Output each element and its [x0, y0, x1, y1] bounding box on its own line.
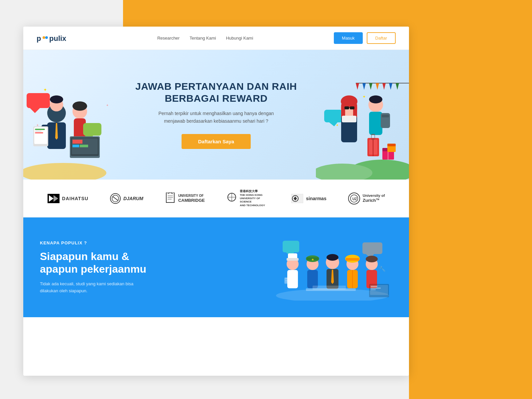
svg-rect-17	[35, 132, 43, 133]
svg-rect-82	[291, 194, 303, 203]
blue-illustration: ★	[266, 234, 392, 301]
hero-illustration-left: ✦ + +	[23, 73, 116, 180]
svg-text:✦: ✦	[336, 123, 338, 127]
partner-djarum: DJARUM	[110, 193, 143, 204]
svg-text:p: p	[37, 34, 41, 43]
svg-rect-53	[342, 116, 356, 122]
svg-marker-6	[30, 108, 40, 113]
svg-rect-100	[307, 270, 318, 288]
zurich-text: University of ZurichTM	[363, 193, 385, 204]
svg-marker-39	[382, 83, 386, 90]
svg-text:★: ★	[311, 258, 314, 261]
hero-illustration-right: ✦ ✦	[316, 73, 409, 180]
daftarkan-saya-button[interactable]: Daftarkan Saya	[182, 134, 251, 149]
svg-marker-36	[362, 83, 366, 90]
svg-text:✦: ✦	[43, 87, 47, 92]
svg-point-55	[369, 95, 382, 103]
hero-subtitle: Pernah terpikir untuk menghasilkan uang …	[135, 110, 297, 125]
partners-section: DAIHATSU DJARUM UNIVERSITY OF CAMBRIDGE	[23, 180, 409, 217]
svg-rect-117	[371, 286, 377, 287]
hkust-text: 香港科技大學 THE HONG KONG UNIVERSITY OF SCIEN…	[240, 190, 270, 207]
svg-rect-119	[371, 289, 376, 290]
djarum-label: DJARUM	[123, 196, 143, 201]
partner-daihatsu: DAIHATSU	[48, 194, 88, 203]
cambridge-text: UNIVERSITY OF CAMBRIDGE	[178, 194, 205, 203]
zurich-icon: UZ	[348, 193, 360, 204]
bg-orange-right	[409, 0, 532, 399]
svg-marker-37	[369, 83, 372, 90]
svg-rect-5	[27, 93, 50, 108]
svg-rect-94	[287, 258, 299, 261]
svg-text:pulix: pulix	[49, 34, 66, 43]
svg-text:✦: ✦	[362, 94, 366, 99]
nav-links: Researcher Tentang Kami Hubungi Kami	[157, 36, 253, 41]
svg-point-2	[45, 36, 48, 39]
navbar: p pulix Researcher Tentang Kami Hubungi …	[23, 27, 409, 50]
hkust-icon	[226, 193, 237, 204]
nav-buttons: Masuk Daftar	[334, 32, 396, 44]
svg-rect-68	[387, 144, 396, 146]
hero-section: ✦ + +	[23, 50, 409, 180]
djarum-icon	[110, 193, 121, 204]
svg-marker-40	[389, 83, 392, 90]
svg-point-111	[366, 256, 378, 262]
svg-rect-90	[362, 242, 382, 254]
svg-rect-58	[382, 115, 389, 117]
svg-rect-28	[80, 145, 88, 147]
logo-svg: p pulix	[37, 33, 76, 44]
blue-description: Tidak ada kecuali, studi yang kami sedia…	[40, 281, 173, 295]
hero-content: JAWAB PERTANYAAN DAN RAIH BERBAGAI REWAR…	[135, 80, 297, 149]
svg-text:+: +	[37, 123, 39, 127]
partner-cambridge: UNIVERSITY OF CAMBRIDGE	[165, 193, 205, 204]
blue-label: KENAPA POPULIX ?	[40, 240, 173, 245]
svg-point-4	[23, 163, 106, 180]
logo: p pulix	[37, 33, 76, 44]
svg-rect-88	[283, 241, 299, 252]
daihatsu-icon	[48, 194, 60, 203]
masuk-button[interactable]: Masuk	[334, 32, 362, 44]
partner-zurich: UZ University of ZurichTM	[348, 193, 385, 204]
svg-rect-56	[369, 112, 382, 135]
svg-rect-114	[313, 286, 346, 290]
svg-rect-63	[371, 134, 375, 135]
svg-rect-21	[83, 123, 101, 136]
svg-point-102	[327, 254, 338, 261]
nav-tentang[interactable]: Tentang Kami	[190, 36, 216, 41]
svg-text:🔧: 🔧	[379, 266, 386, 272]
svg-point-9	[50, 95, 63, 103]
svg-point-19	[72, 101, 87, 111]
blue-title: Siapapun kamu & apapun pekerjaanmu	[40, 250, 173, 276]
svg-rect-26	[72, 140, 82, 144]
hero-title: JAWAB PERTANYAAN DAN RAIH BERBAGAI REWAR…	[135, 80, 297, 104]
nav-hubungi[interactable]: Hubungi Kami	[226, 36, 253, 41]
svg-text:UZ: UZ	[352, 197, 357, 201]
svg-rect-15	[35, 129, 45, 130]
cambridge-icon	[165, 193, 176, 204]
svg-rect-107	[346, 258, 359, 261]
svg-rect-50	[350, 106, 354, 109]
svg-rect-118	[371, 288, 381, 289]
svg-marker-38	[376, 83, 379, 90]
blue-section: KENAPA POPULIX ? Siapapun kamu & apapun …	[23, 217, 409, 317]
svg-point-1	[43, 36, 45, 39]
daihatsu-label: DAIHATSU	[62, 196, 88, 201]
sinarmas-icon	[291, 194, 303, 203]
nav-researcher[interactable]: Researcher	[157, 36, 180, 41]
sinarmas-label: sinarmas	[306, 196, 326, 201]
svg-marker-35	[356, 83, 359, 90]
blue-content: KENAPA POPULIX ? Siapapun kamu & apapun …	[40, 240, 173, 295]
main-card: p pulix Researcher Tentang Kami Hubungi …	[23, 27, 409, 376]
svg-rect-27	[72, 145, 79, 147]
partner-hkust: 香港科技大學 THE HONG KONG UNIVERSITY OF SCIEN…	[226, 190, 270, 207]
svg-marker-41	[396, 83, 399, 90]
svg-rect-42	[324, 110, 342, 122]
partner-sinarmas: sinarmas	[291, 194, 326, 203]
svg-rect-62	[371, 135, 375, 140]
svg-rect-49	[344, 106, 349, 109]
svg-rect-16	[35, 131, 42, 132]
svg-rect-121	[284, 277, 294, 284]
svg-line-74	[113, 197, 118, 200]
daftar-button[interactable]: Daftar	[367, 32, 396, 44]
svg-text:+: +	[106, 103, 108, 107]
